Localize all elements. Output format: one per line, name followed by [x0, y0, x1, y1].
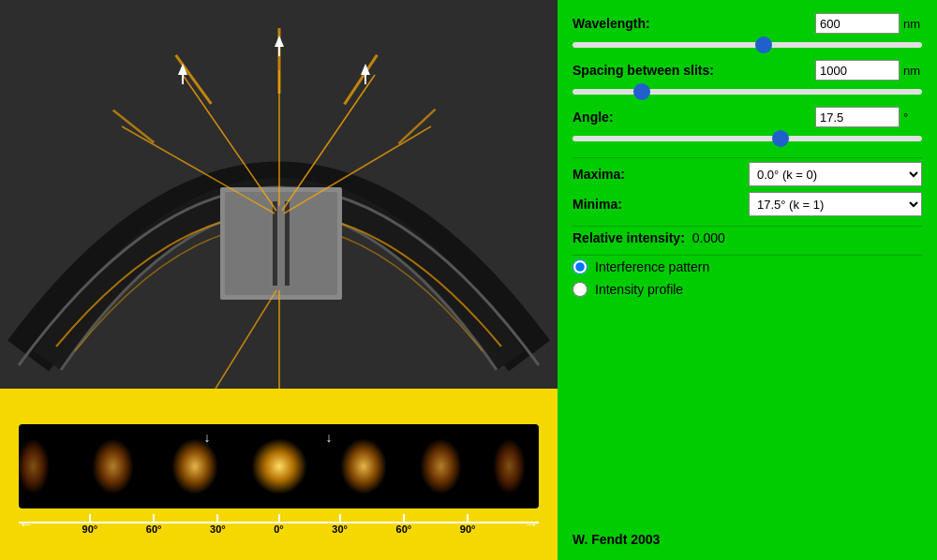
svg-rect-7 [225, 192, 337, 295]
radio-interference-row: Interference pattern [573, 259, 922, 274]
maxima-control: Maxima: 0.0° (k = 0) 30.0° (k = 1) -30.0… [573, 162, 922, 186]
radio-intensity-input[interactable] [573, 282, 587, 297]
relative-intensity-value: 0.000 [692, 230, 725, 245]
bottom-panel: ↓ ↓ ← 90° 60° 30° 0° 30° [0, 389, 558, 560]
minima-control: Minima: 17.5° (k = 1) -17.5° (k = -1) 90… [573, 192, 922, 216]
maxima-label: Maxima: [573, 167, 625, 182]
wavelength-control: Wavelength: nm [573, 13, 922, 52]
tick-30-right: 30° [332, 514, 348, 535]
spacing-input[interactable] [815, 60, 900, 81]
minima-select[interactable]: 17.5° (k = 1) -17.5° (k = -1) 90.0° (k =… [749, 192, 922, 216]
tick-60-left: 60° [146, 514, 162, 535]
spacing-label: Spacing between slits: [573, 63, 714, 78]
radio-interference-input[interactable] [573, 259, 587, 274]
tick-60-right: 60° [396, 514, 412, 535]
angle-label: Angle: [573, 110, 614, 125]
right-panel: Wavelength: nm Spacing between slits: nm… [558, 0, 937, 560]
angle-control: Angle: ° [573, 107, 922, 146]
spacing-slider[interactable] [573, 89, 922, 95]
tick-90-left: 90° [82, 514, 98, 535]
wavelength-slider[interactable] [573, 42, 922, 48]
svg-rect-8 [273, 201, 277, 286]
divider-1 [573, 157, 922, 158]
tick-30-left: 30° [210, 514, 226, 535]
wavelength-label: Wavelength: [573, 16, 650, 31]
radio-intensity-row: Intensity profile [573, 282, 922, 297]
spacing-control: Spacing between slits: nm [573, 60, 922, 99]
divider-3 [573, 255, 922, 256]
spacing-unit: nm [903, 64, 922, 78]
interference-strip: ↓ ↓ [19, 424, 539, 508]
tick-0: 0° [274, 514, 284, 535]
main-visualization [0, 0, 558, 389]
angle-slider[interactable] [573, 136, 922, 141]
angle-ruler: ← 90° 60° 30° 0° 30° [19, 514, 539, 535]
minima-label: Minima: [573, 197, 622, 212]
radio-interference-label: Interference pattern [595, 259, 709, 274]
maxima-select[interactable]: 0.0° (k = 0) 30.0° (k = 1) -30.0° (k = -… [749, 162, 922, 186]
wavelength-input[interactable] [815, 13, 900, 34]
ruler-arrow-right: → [524, 516, 539, 533]
left-panel: ↓ ↓ ← 90° 60° 30° 0° 30° [0, 0, 558, 560]
wavelength-unit: nm [903, 17, 922, 31]
angle-input[interactable] [815, 107, 900, 127]
angle-unit: ° [903, 111, 922, 125]
ruler-arrow-left: ← [19, 516, 34, 533]
tick-90-right: 90° [460, 514, 476, 535]
footer-text: W. Fendt 2003 [573, 532, 922, 547]
svg-rect-9 [285, 201, 290, 286]
divider-2 [573, 226, 922, 227]
relative-intensity-label: Relative intensity: [573, 230, 685, 245]
relative-intensity-row: Relative intensity: 0.000 [573, 230, 922, 245]
radio-intensity-label: Intensity profile [595, 282, 683, 297]
